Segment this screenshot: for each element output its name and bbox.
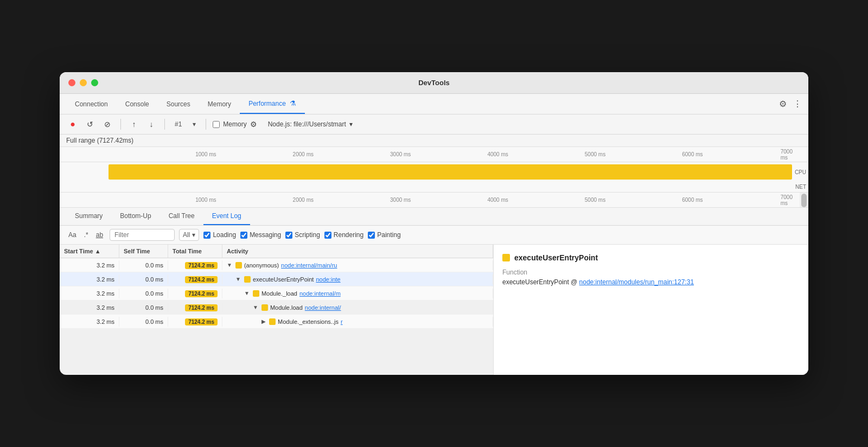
tab-sources[interactable]: Sources xyxy=(158,95,199,113)
td-activity-1: ▼ executeUserEntryPoint node:inte xyxy=(222,274,493,284)
tm-1000: 1000 ms xyxy=(195,151,216,157)
activity-text-3: Module.load xyxy=(270,304,303,311)
loading-checkbox-label[interactable]: Loading xyxy=(203,231,236,239)
toolbar: ● ↺ ⊘ ↑ ↓ #1 ▾ Memory ⚙ Node.js: file://… xyxy=(60,114,808,135)
devtools-window: DevTools Connection Console Sources Memo… xyxy=(60,72,808,375)
settings-icon[interactable]: ⚙ xyxy=(779,99,787,109)
th-self-time[interactable]: Self Time xyxy=(119,245,168,258)
expand-4[interactable]: ▶ xyxy=(261,318,266,324)
activity-icon-0 xyxy=(235,262,242,269)
th-total-time[interactable]: Total Time xyxy=(168,245,222,258)
total-badge-1: 7124.2 ms xyxy=(185,276,218,283)
scripting-checkbox-label[interactable]: Scripting xyxy=(285,231,320,239)
tm-4000: 4000 ms xyxy=(487,151,508,157)
expand-0[interactable]: ▼ xyxy=(227,262,232,268)
filter-whole-word-btn[interactable]: ab xyxy=(94,230,105,240)
tm-3000: 3000 ms xyxy=(390,151,411,157)
td-start-4: 3.2 ms xyxy=(60,317,119,327)
clear-button[interactable]: ⊘ xyxy=(101,118,114,131)
tab-console[interactable]: Console xyxy=(117,95,158,113)
activity-icon-4 xyxy=(269,318,276,325)
maximize-button[interactable] xyxy=(91,79,98,86)
activity-link-1[interactable]: node:inte xyxy=(316,276,340,283)
timeline-area: 1000 ms 2000 ms 3000 ms 4000 ms 5000 ms … xyxy=(60,147,808,208)
tab-call-tree[interactable]: Call Tree xyxy=(160,208,203,225)
tab-event-log[interactable]: Event Log xyxy=(203,208,250,225)
td-total-1: 7124.2 ms xyxy=(168,274,222,284)
table-row[interactable]: 3.2 ms 0.0 ms 7124.2 ms ▼ Module.load no… xyxy=(60,301,493,315)
tm2-3000: 3000 ms xyxy=(390,197,411,203)
activity-link-0[interactable]: node:internal/main/ru xyxy=(281,262,337,269)
table-row[interactable]: 3.2 ms 0.0 ms 7124.2 ms ▼ executeUserEnt… xyxy=(60,272,493,286)
tm-6000: 6000 ms xyxy=(682,151,703,157)
memory-check[interactable] xyxy=(213,121,220,128)
cpu-label: CPU xyxy=(795,169,806,175)
filter-regex-btn[interactable]: .* xyxy=(82,230,91,240)
th-activity: Activity xyxy=(222,245,493,258)
expand-1[interactable]: ▼ xyxy=(235,276,241,282)
tm2-2000: 2000 ms xyxy=(293,197,314,203)
filter-text-buttons: Aa .* ab xyxy=(66,230,105,240)
scrollbar-thumb[interactable] xyxy=(801,194,807,207)
td-activity-4: ▶ Module._extensions..js r xyxy=(222,317,493,327)
cpu-dropdown-icon[interactable]: ▾ xyxy=(349,120,353,128)
td-total-3: 7124.2 ms xyxy=(168,303,222,312)
cpu-bar-row: CPU xyxy=(60,162,808,182)
cpu-selector: Node.js: file:///Users/stmart ▾ xyxy=(268,120,353,128)
activity-text-4: Module._extensions..js xyxy=(278,318,339,325)
activity-link-4[interactable]: r xyxy=(341,318,343,325)
scripting-checkbox[interactable] xyxy=(285,232,292,239)
activity-icon-1 xyxy=(244,276,251,283)
upload-button[interactable]: ↑ xyxy=(127,118,141,131)
time-ruler-bottom: 1000 ms 2000 ms 3000 ms 4000 ms 5000 ms … xyxy=(60,193,808,208)
activity-link-3[interactable]: node:internal/ xyxy=(305,304,341,311)
activity-link-2[interactable]: node:internal/m xyxy=(299,290,341,297)
detail-link[interactable]: node:internal/modules/run_main:127:31 xyxy=(579,278,694,286)
painting-label: Painting xyxy=(377,231,400,239)
scrollbar[interactable] xyxy=(800,193,808,207)
tab-summary[interactable]: Summary xyxy=(66,208,111,225)
expand-3[interactable]: ▼ xyxy=(253,304,258,310)
detail-value: executeUserEntryPoint @ node:internal/mo… xyxy=(502,278,800,286)
painting-checkbox-label[interactable]: Painting xyxy=(368,231,400,239)
tm-7000: 7000 ms xyxy=(781,149,799,161)
close-button[interactable] xyxy=(68,79,75,86)
tab-performance[interactable]: Performance ⚗ xyxy=(240,94,305,114)
filter-case-btn[interactable]: Aa xyxy=(66,230,79,240)
messaging-checkbox[interactable] xyxy=(240,232,247,239)
minimize-button[interactable] xyxy=(80,79,87,86)
table-row[interactable]: 3.2 ms 0.0 ms 7124.2 ms ▼ (anonymous) no… xyxy=(60,258,493,272)
record-button[interactable]: ● xyxy=(66,118,79,131)
table-row[interactable]: 3.2 ms 0.0 ms 7124.2 ms ▶ Module._extens… xyxy=(60,315,493,329)
tab-connection[interactable]: Connection xyxy=(66,95,117,113)
filter-category-label: All xyxy=(183,231,190,239)
filter-input[interactable] xyxy=(110,229,175,241)
panel-tabs: Summary Bottom-Up Call Tree Event Log xyxy=(60,208,808,226)
th-start-time[interactable]: Start Time ▲ xyxy=(60,245,119,258)
download-button[interactable]: ↓ xyxy=(145,118,158,131)
activity-text-2: Module._load xyxy=(261,290,297,297)
loading-checkbox[interactable] xyxy=(203,232,210,239)
table-row[interactable]: 3.2 ms 0.0 ms 7124.2 ms ▼ Module._load n… xyxy=(60,286,493,301)
rendering-checkbox-label[interactable]: Rendering xyxy=(324,231,363,239)
divider2 xyxy=(164,119,165,130)
tab-bottom-up[interactable]: Bottom-Up xyxy=(111,208,159,225)
event-table: Start Time ▲ Self Time Total Time Activi… xyxy=(60,245,494,375)
main-content: Start Time ▲ Self Time Total Time Activi… xyxy=(60,245,808,375)
activity-text-1: executeUserEntryPoint xyxy=(253,276,314,283)
td-activity-2: ▼ Module._load node:internal/m xyxy=(222,289,493,298)
td-start-1: 3.2 ms xyxy=(60,274,119,284)
filter-category-dropdown[interactable]: All ▾ xyxy=(179,229,199,241)
td-activity-0: ▼ (anonymous) node:internal/main/ru xyxy=(222,260,493,270)
reload-button[interactable]: ↺ xyxy=(84,118,97,131)
more-icon[interactable]: ⋮ xyxy=(793,99,802,109)
tab-memory[interactable]: Memory xyxy=(199,95,240,113)
record-dropdown[interactable]: ▾ xyxy=(189,119,199,129)
rendering-checkbox[interactable] xyxy=(324,232,331,239)
messaging-checkbox-label[interactable]: Messaging xyxy=(240,231,281,239)
expand-2[interactable]: ▼ xyxy=(244,290,250,296)
activity-text-0: (anonymous) xyxy=(244,262,279,269)
rendering-label: Rendering xyxy=(334,231,363,239)
painting-checkbox[interactable] xyxy=(368,232,375,239)
td-self-0: 0.0 ms xyxy=(119,260,168,270)
